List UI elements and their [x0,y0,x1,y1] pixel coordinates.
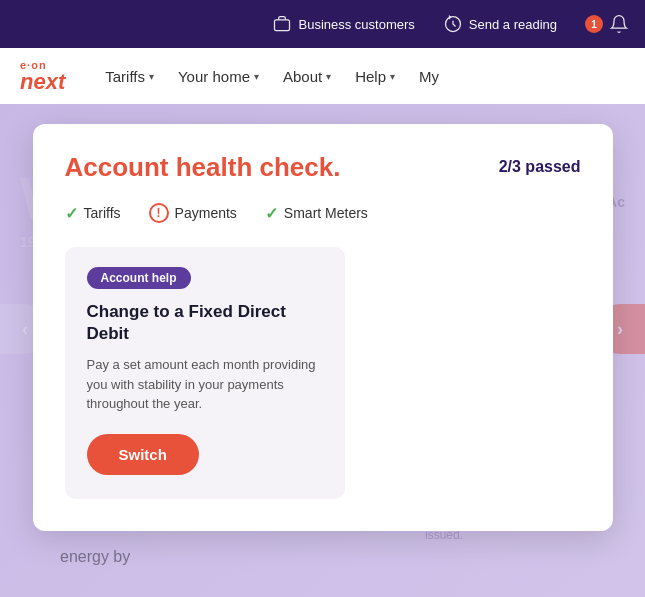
nav-help[interactable]: Help ▾ [355,68,395,85]
notification-badge: 1 [585,15,603,33]
help-title: Change to a Fixed Direct Debit [87,301,323,345]
smart-meters-pass-icon: ✓ [265,204,278,223]
tariffs-chevron-icon: ▾ [149,71,154,82]
check-smart-meters: ✓ Smart Meters [265,203,368,223]
business-customers-link[interactable]: Business customers [272,14,414,34]
nav-your-home[interactable]: Your home ▾ [178,68,259,85]
payments-label: Payments [175,205,237,221]
check-tariffs: ✓ Tariffs [65,203,121,223]
nav-items: Tariffs ▾ Your home ▾ About ▾ Help ▾ My [105,68,625,85]
modal-title: Account health check. [65,152,341,183]
modal-overlay: Account health check. 2/3 passed ✓ Tarif… [0,104,645,597]
help-card: Account help Change to a Fixed Direct De… [65,247,345,499]
reading-label: Send a reading [469,17,557,32]
business-label: Business customers [298,17,414,32]
about-chevron-icon: ▾ [326,71,331,82]
payments-warn-icon: ! [149,203,169,223]
nav-bar: e·on next Tariffs ▾ Your home ▾ About ▾ … [0,48,645,104]
help-chevron-icon: ▾ [390,71,395,82]
check-payments: ! Payments [149,203,237,223]
check-items: ✓ Tariffs ! Payments ✓ Smart Meters [65,203,581,223]
send-reading-link[interactable]: Send a reading [443,14,557,34]
logo-next: next [20,71,65,93]
nav-my[interactable]: My [419,68,439,85]
logo[interactable]: e·on next [20,60,65,93]
notifications[interactable]: 1 [585,14,629,34]
nav-tariffs[interactable]: Tariffs ▾ [105,68,154,85]
help-description: Pay a set amount each month providing yo… [87,355,323,414]
top-bar: Business customers Send a reading 1 [0,0,645,48]
smart-meters-label: Smart Meters [284,205,368,221]
svg-rect-0 [275,20,290,31]
nav-about[interactable]: About ▾ [283,68,331,85]
help-tag: Account help [87,267,191,289]
modal-header: Account health check. 2/3 passed [65,152,581,183]
account-health-modal: Account health check. 2/3 passed ✓ Tarif… [33,124,613,531]
tariff-pass-icon: ✓ [65,204,78,223]
switch-button[interactable]: Switch [87,434,199,475]
tariff-label: Tariffs [84,205,121,221]
passed-badge: 2/3 passed [499,152,581,176]
your-home-chevron-icon: ▾ [254,71,259,82]
